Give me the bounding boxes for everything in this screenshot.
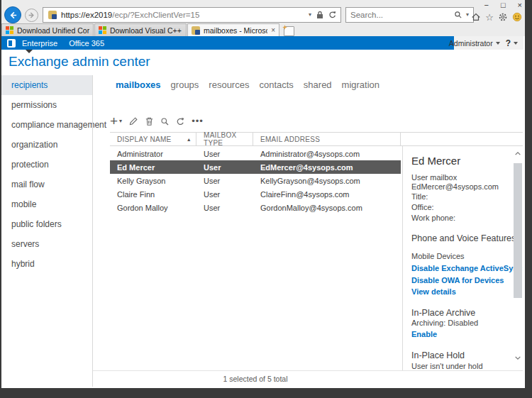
sidebar-item-compliance-management[interactable]: compliance management xyxy=(1,115,92,135)
url-path: /ecp/?ExchClientVer=15 xyxy=(112,11,199,19)
ie-window: − □ × https://ex2019/ecp/?ExchClientVer=… xyxy=(0,0,532,398)
scrollbar-thumb[interactable] xyxy=(514,163,522,298)
archive-status: Archiving: Disabled xyxy=(411,319,478,327)
details-scrollbar[interactable] xyxy=(513,149,523,365)
tab-close-icon[interactable]: × xyxy=(271,26,275,34)
mailbox-table-header: DISPLAY NAME ▲ MAILBOX TYPE EMAIL ADDRES… xyxy=(110,132,523,146)
column-header-display-name[interactable]: DISPLAY NAME ▲ xyxy=(110,133,196,145)
cell-display-name: Claire Finn xyxy=(110,190,196,199)
home-icon[interactable] xyxy=(471,12,481,22)
window-border-right xyxy=(525,0,532,398)
column-label: EMAIL ADDRESS xyxy=(260,136,320,143)
search-mailboxes-button[interactable] xyxy=(160,117,170,126)
tab-groups[interactable]: groups xyxy=(171,79,199,90)
tab-title: Download Visual C++ Redistri... xyxy=(110,26,182,35)
cell-email: KellyGrayson@4sysops.com xyxy=(253,177,401,185)
column-header-mailbox-type[interactable]: MAILBOX TYPE xyxy=(196,133,253,145)
hold-status: User isn't under hold xyxy=(411,362,483,370)
window-border-bottom xyxy=(0,388,532,398)
plus-icon: + xyxy=(110,116,118,127)
magnifier-icon xyxy=(160,117,170,126)
tab-migration[interactable]: migration xyxy=(342,79,379,90)
details-pane: Ed Mercer User mailbox EdMercer@4sysops.… xyxy=(411,146,518,370)
section-phone-voice-features: Phone and Voice Features xyxy=(411,233,516,243)
refresh-page-icon[interactable] xyxy=(328,11,337,19)
column-label: MAILBOX TYPE xyxy=(204,131,253,147)
table-row-claire-finn[interactable]: Claire Finn User ClaireFinn@4sysops.com xyxy=(110,187,401,201)
browser-tab-mailboxes-active[interactable]: mailboxes - Microsoft Exch... × xyxy=(187,23,279,36)
details-field-title: Title: xyxy=(411,192,428,201)
sidebar-item-hybrid[interactable]: hybrid xyxy=(1,254,92,274)
column-header-email-address[interactable]: EMAIL ADDRESS xyxy=(253,133,401,145)
cell-mailbox-type: User xyxy=(196,204,253,212)
microsoft-logo-icon xyxy=(99,26,106,34)
address-bar[interactable]: https://ex2019/ecp/?ExchClientVer=15 ▾ xyxy=(43,7,341,23)
minimize-button[interactable]: − xyxy=(484,1,488,9)
window-controls: − □ × xyxy=(484,0,522,11)
new-mailbox-button[interactable]: + ▾ xyxy=(110,116,122,127)
table-row-ed-mercer-selected[interactable]: Ed Mercer User EdMercer@4sysops.com xyxy=(110,160,401,174)
search-placeholder: Search... xyxy=(350,11,454,19)
nav-enterprise[interactable]: Enterprise xyxy=(22,39,57,48)
tab-mailboxes[interactable]: mailboxes xyxy=(116,79,161,90)
refresh-list-button[interactable] xyxy=(176,117,185,126)
table-row-administrator[interactable]: Administrator User Administrator@4sysops… xyxy=(110,147,401,160)
close-button[interactable]: × xyxy=(518,1,522,9)
sidebar-item-servers[interactable]: servers xyxy=(1,234,92,254)
sidebar-item-protection[interactable]: protection xyxy=(1,155,92,175)
tab-resources[interactable]: resources xyxy=(209,79,249,90)
sidebar-item-permissions[interactable]: permissions xyxy=(1,95,92,115)
favorites-star-icon[interactable]: ☆ xyxy=(485,13,494,22)
link-enable-archive[interactable]: Enable xyxy=(411,330,437,338)
forward-button[interactable] xyxy=(25,9,38,22)
settings-gear-icon[interactable] xyxy=(498,12,508,22)
sidebar-item-public-folders[interactable]: public folders xyxy=(1,214,92,234)
cell-mailbox-type: User xyxy=(196,163,253,172)
selection-status: 1 selected of 5 total xyxy=(110,375,401,383)
table-row-kelly-grayson[interactable]: Kelly Grayson User KellyGrayson@4sysops.… xyxy=(110,174,401,187)
maximize-button[interactable]: □ xyxy=(501,1,506,9)
user-menu-caret-icon[interactable] xyxy=(496,42,500,45)
help-menu[interactable]: ? xyxy=(506,38,511,48)
edit-button[interactable] xyxy=(128,116,138,126)
cell-display-name: Administrator xyxy=(110,150,196,158)
details-email: EdMercer@4sysops.com xyxy=(411,182,499,191)
list-bottom-divider xyxy=(93,370,523,371)
url-dropdown-icon[interactable]: ▾ xyxy=(309,12,311,18)
mailbox-table: Administrator User Administrator@4sysops… xyxy=(110,147,401,214)
sidebar-item-mobile[interactable]: mobile xyxy=(1,194,92,214)
browser-tab-download-unified[interactable]: Download Unified Communic... xyxy=(1,23,94,36)
recipients-tab-strip: mailboxes groups resources contacts shar… xyxy=(116,79,379,90)
cell-email: EdMercer@4sysops.com xyxy=(253,163,401,172)
search-dropdown-icon[interactable]: ▾ xyxy=(466,12,469,18)
tab-shared[interactable]: shared xyxy=(304,79,332,90)
browser-search-box[interactable]: Search... ▾ xyxy=(345,7,474,23)
scroll-up-icon[interactable] xyxy=(514,149,522,157)
sidebar-item-organization[interactable]: organization xyxy=(1,135,92,155)
microsoft-logo-icon xyxy=(6,26,13,34)
nav-office-365[interactable]: Office 365 xyxy=(69,39,104,48)
more-options-button[interactable]: ••• xyxy=(192,118,204,125)
back-button[interactable] xyxy=(4,6,21,23)
link-view-details[interactable]: View details xyxy=(411,287,456,296)
link-disable-owa[interactable]: Disable OWA for Devices xyxy=(411,276,504,284)
details-pane-divider xyxy=(402,146,403,370)
section-in-place-hold: In-Place Hold xyxy=(411,350,465,360)
search-icon[interactable] xyxy=(454,11,462,19)
feedback-smiley-icon[interactable] xyxy=(512,12,522,22)
new-tab-button[interactable] xyxy=(284,26,294,36)
table-row-gordon-malloy[interactable]: Gordon Malloy User GordonMalloy@4sysops.… xyxy=(110,201,401,214)
sidebar-item-mail-flow[interactable]: mail flow xyxy=(1,175,92,194)
tab-title: mailboxes - Microsoft Exch... xyxy=(204,26,267,35)
column-header-spacer xyxy=(401,133,523,145)
user-menu[interactable]: Administrator xyxy=(449,39,493,48)
cell-display-name: Kelly Grayson xyxy=(110,177,196,185)
sidebar-item-recipients[interactable]: recipients xyxy=(1,75,92,95)
browser-tab-download-vcpp[interactable]: Download Visual C++ Redistri... xyxy=(94,23,187,36)
link-disable-activesync[interactable]: Disable Exchange ActiveSync xyxy=(411,264,522,272)
delete-button[interactable] xyxy=(145,116,154,126)
help-menu-caret-icon[interactable] xyxy=(514,42,518,45)
details-field-work-phone: Work phone: xyxy=(411,214,455,222)
tab-contacts[interactable]: contacts xyxy=(259,79,293,90)
scroll-down-icon[interactable] xyxy=(514,353,522,362)
